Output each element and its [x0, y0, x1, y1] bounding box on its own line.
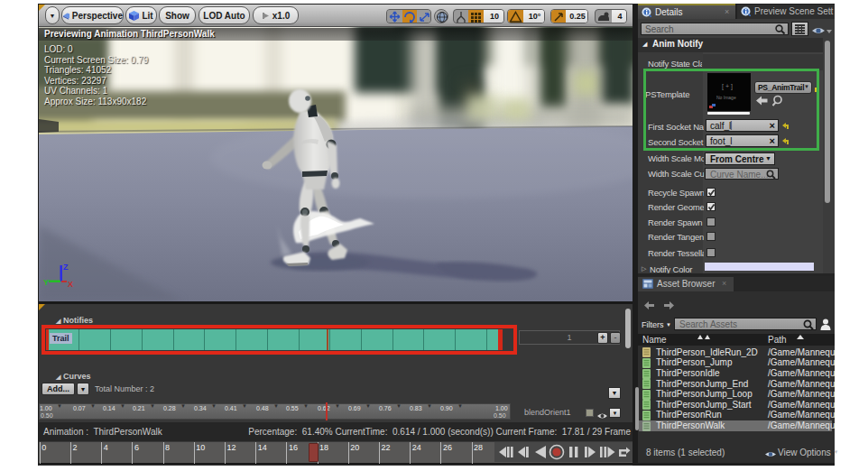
svg-text:Z: Z: [63, 263, 69, 272]
svg-text:X: X: [68, 280, 73, 289]
svg-text:Y: Y: [43, 278, 49, 287]
